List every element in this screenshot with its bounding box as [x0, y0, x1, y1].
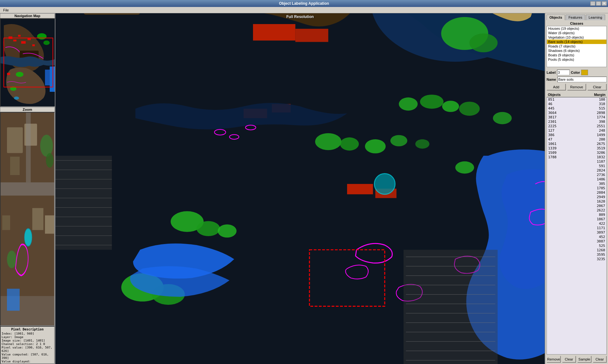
obj-margin: 1171 [589, 226, 605, 230]
table-row[interactable]: 38171774 [547, 115, 606, 120]
obj-id [548, 164, 564, 168]
maximize-button[interactable]: □ [596, 1, 601, 6]
obj-id [548, 191, 564, 195]
close-button[interactable]: ✕ [602, 1, 607, 6]
table-row[interactable]: 3235 [547, 257, 606, 261]
table-row[interactable]: 47200 [547, 137, 606, 142]
svg-point-62 [218, 224, 237, 238]
file-menu[interactable]: File [1, 8, 11, 12]
table-row[interactable]: 3087 [547, 239, 606, 244]
table-row[interactable]: 452 [547, 235, 606, 239]
remove-bottom-button[interactable]: Remove [547, 356, 561, 363]
table-row[interactable]: 2736 [547, 173, 606, 177]
obj-margin: 310 [589, 102, 605, 106]
label-color-row: Label Color [547, 70, 607, 75]
table-row[interactable]: 2084 [547, 191, 606, 195]
table-row[interactable]: 36642898 [547, 111, 606, 115]
tab-features[interactable]: Features [566, 15, 585, 20]
table-row[interactable]: 10612675 [547, 142, 606, 146]
obj-margin: 2675 [589, 142, 605, 146]
table-row[interactable]: 1067 [547, 217, 606, 222]
table-row[interactable]: 1260 [547, 248, 606, 253]
obj-margin: 248 [589, 129, 605, 133]
table-row[interactable]: 422 [547, 222, 606, 226]
obj-id: 3817 [548, 115, 564, 120]
remove-button[interactable]: Remove [567, 84, 586, 91]
table-row[interactable]: 2824 [547, 168, 606, 173]
class-item-bare-soils[interactable]: Bare soils (14 objects) [547, 40, 606, 44]
table-row[interactable]: 127248 [547, 129, 606, 133]
zoom-title: Zoom [0, 107, 55, 112]
table-row[interactable]: 2949 [547, 195, 606, 199]
class-item-houses[interactable]: Houses (19 objects) [547, 26, 606, 31]
obj-id [548, 253, 564, 257]
table-row[interactable]: 3595 [547, 253, 606, 257]
table-row[interactable]: 1171 [547, 226, 606, 230]
sample-button[interactable]: Sample [577, 356, 592, 363]
pixel-displayed-label: Value displayed: [2, 360, 53, 363]
svg-rect-3 [13, 40, 16, 41]
table-row[interactable]: 3861499 [547, 133, 606, 137]
table-row[interactable]: 22252551 [547, 124, 606, 129]
table-row[interactable]: 13393519 [547, 146, 606, 151]
obj-id [548, 199, 564, 204]
obj-id: 127 [548, 129, 564, 133]
name-input[interactable] [557, 77, 607, 82]
image-area[interactable]: Full Resolution [55, 13, 545, 364]
obj-margin: 2067 [589, 204, 605, 208]
obj-margin: 3097 [589, 230, 605, 235]
clear-button[interactable]: Clear [587, 84, 607, 91]
zoom-panel[interactable] [0, 112, 55, 326]
table-row[interactable]: 2301398 [547, 120, 606, 124]
table-row[interactable]: 305 [547, 182, 606, 186]
svg-rect-20 [10, 157, 20, 175]
classes-list[interactable]: Houses (19 objects) Water (6 objects) Ve… [547, 26, 607, 67]
class-item-pools[interactable]: Pools (5 objects) [547, 57, 606, 62]
table-row[interactable]: 3097 [547, 230, 606, 235]
svg-point-61 [197, 221, 220, 236]
table-row[interactable]: 2067 [547, 204, 606, 208]
obj-id: 386 [548, 133, 564, 137]
table-row[interactable]: 15093206 [547, 151, 606, 155]
svg-point-53 [493, 112, 512, 124]
class-item-shadows[interactable]: Shadows (6 objects) [547, 48, 606, 53]
table-row[interactable]: 525 [547, 244, 606, 248]
obj-id: 1509 [548, 151, 564, 155]
table-row[interactable]: 2622 [547, 208, 606, 213]
class-item-boats[interactable]: Boats (9 objects) [547, 53, 606, 57]
table-row[interactable]: 1620 [547, 199, 606, 204]
class-item-roads[interactable]: Roads (7 objects) [547, 44, 606, 48]
table-row[interactable]: 445515 [547, 106, 606, 111]
table-row[interactable]: 1406 [547, 177, 606, 182]
window-controls[interactable]: _ □ ✕ [590, 1, 607, 6]
obj-id [548, 235, 564, 239]
add-button[interactable]: Add [547, 84, 566, 91]
table-row[interactable]: 591 [547, 164, 606, 168]
class-item-water[interactable]: Water (6 objects) [547, 31, 606, 35]
right-panel: Objects Features Learning Classes Houses… [545, 13, 608, 364]
obj-margin: 100 [589, 97, 605, 102]
label-input[interactable] [557, 70, 570, 75]
objects-table[interactable]: 8511004631044551536642898381717742301398… [547, 97, 607, 355]
svg-rect-45 [347, 184, 373, 194]
margin-col-header: Margin [594, 93, 605, 97]
table-row[interactable]: 1107 [547, 160, 606, 164]
class-item-vegetation[interactable]: Vegetation (10 objects) [547, 35, 606, 40]
clear-bottom-button1[interactable]: Clear [562, 356, 576, 363]
table-row[interactable]: 851100 [547, 97, 606, 102]
table-row[interactable]: 809 [547, 213, 606, 217]
table-row[interactable]: 17881032 [547, 155, 606, 160]
table-row[interactable]: 46310 [547, 102, 606, 106]
obj-id [548, 160, 564, 164]
table-row[interactable]: 1705 [547, 186, 606, 191]
obj-id: 445 [548, 106, 564, 111]
clear-bottom-button2[interactable]: Clear [593, 356, 607, 363]
nav-map-svg [1, 19, 55, 107]
minimize-button[interactable]: _ [590, 1, 595, 6]
tab-learning[interactable]: Learning [586, 15, 605, 20]
zoom-svg [1, 113, 55, 325]
nav-map-container[interactable] [0, 18, 55, 107]
tab-objects[interactable]: Objects [547, 15, 565, 20]
svg-point-52 [459, 102, 480, 116]
color-swatch[interactable] [581, 70, 588, 75]
